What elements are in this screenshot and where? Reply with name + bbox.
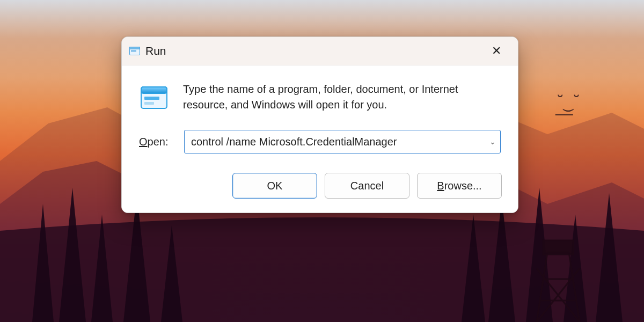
svg-rect-2 bbox=[130, 47, 140, 49]
button-row: OK Cancel Browse... bbox=[122, 159, 518, 213]
close-button[interactable]: ✕ bbox=[485, 41, 508, 61]
svg-rect-3 bbox=[131, 50, 136, 52]
svg-rect-7 bbox=[144, 102, 154, 105]
dialog-title: Run bbox=[145, 45, 485, 57]
titlebar[interactable]: Run ✕ bbox=[122, 37, 518, 65]
browse-button[interactable]: Browse... bbox=[417, 173, 502, 199]
run-app-icon bbox=[139, 83, 169, 113]
chevron-down-icon[interactable]: ⌄ bbox=[485, 137, 500, 146]
run-titlebar-icon bbox=[129, 47, 140, 55]
svg-rect-5 bbox=[141, 87, 167, 93]
open-input[interactable] bbox=[185, 136, 485, 148]
dialog-description: Type the name of a program, folder, docu… bbox=[183, 82, 501, 113]
doodle-face: ˘‿˘—— bbox=[555, 97, 580, 119]
run-dialog: Run ✕ T bbox=[121, 36, 518, 213]
close-icon: ✕ bbox=[492, 45, 501, 57]
svg-rect-6 bbox=[144, 97, 159, 100]
desktop-wallpaper: ˘‿˘—— Run ✕ bbox=[0, 0, 644, 322]
open-label: Open: bbox=[139, 136, 172, 148]
ok-button[interactable]: OK bbox=[232, 173, 317, 199]
cancel-button[interactable]: Cancel bbox=[325, 173, 409, 199]
dialog-body: Type the name of a program, folder, docu… bbox=[122, 65, 518, 118]
open-row: Open: ⌄ bbox=[122, 118, 518, 159]
svg-rect-0 bbox=[543, 240, 573, 254]
open-combobox[interactable]: ⌄ bbox=[184, 130, 501, 153]
